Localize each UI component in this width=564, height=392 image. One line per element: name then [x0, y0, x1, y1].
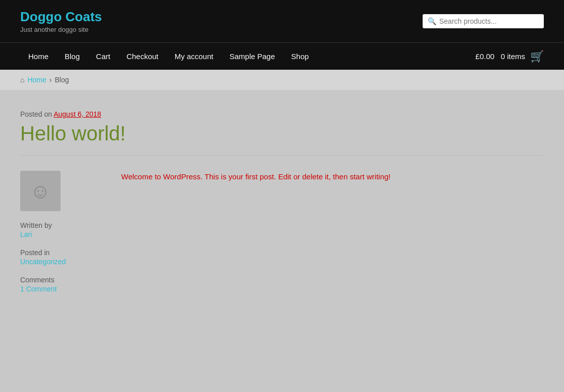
- site-nav: Home Blog Cart Checkout My account Sampl…: [0, 42, 564, 70]
- post-meta: Posted on August 6, 2018: [20, 110, 544, 118]
- post-divider: [20, 155, 544, 156]
- nav-item-checkout[interactable]: Checkout: [118, 43, 166, 70]
- cart-area: £0.00 0 items 🛒: [476, 50, 544, 63]
- comments-link[interactable]: 1 Comment: [20, 285, 57, 293]
- author-label: Written by: [20, 221, 101, 229]
- nav-item-cart[interactable]: Cart: [88, 43, 118, 70]
- author-link[interactable]: Lari: [20, 230, 32, 238]
- nav-item-myaccount[interactable]: My account: [167, 43, 222, 70]
- home-icon: ⌂: [20, 76, 24, 84]
- search-input[interactable]: [439, 17, 539, 25]
- cart-icon[interactable]: 🛒: [530, 50, 544, 63]
- nav-item-samplepage[interactable]: Sample Page: [221, 43, 283, 70]
- post-text: Welcome to WordPress. This is your first…: [121, 171, 544, 183]
- nav-item-home[interactable]: Home: [20, 43, 57, 70]
- breadcrumb-current: Blog: [55, 76, 69, 84]
- author-sidebar: ☺ Written by Lari Posted in Uncategorize…: [20, 171, 101, 303]
- breadcrumb-home-link[interactable]: Home: [27, 76, 46, 84]
- user-icon: ☺: [30, 180, 51, 203]
- cart-total: £0.00 0 items: [476, 52, 525, 61]
- post-date-link[interactable]: August 6, 2018: [54, 110, 101, 118]
- breadcrumb: ⌂ Home › Blog: [0, 70, 564, 90]
- nav-item-shop[interactable]: Shop: [283, 43, 317, 70]
- avatar: ☺: [20, 171, 61, 211]
- main-content: Posted on August 6, 2018 Hello world! ☺ …: [0, 90, 564, 392]
- category-link[interactable]: Uncategorized: [20, 258, 66, 266]
- site-tagline: Just another doggo site: [20, 26, 102, 33]
- comments-label: Comments: [20, 276, 101, 284]
- search-icon: 🔍: [428, 17, 436, 25]
- post-title: Hello world!: [20, 122, 544, 145]
- site-title-link[interactable]: Doggo Coats: [20, 9, 102, 25]
- nav-item-blog[interactable]: Blog: [57, 43, 88, 70]
- post-body: ☺ Written by Lari Posted in Uncategorize…: [20, 171, 544, 303]
- search-form: 🔍: [423, 14, 544, 28]
- nav-links: Home Blog Cart Checkout My account Sampl…: [20, 43, 317, 70]
- category-label: Posted in: [20, 249, 101, 257]
- site-branding: Doggo Coats Just another doggo site: [20, 9, 102, 33]
- site-header: Doggo Coats Just another doggo site 🔍: [0, 0, 564, 42]
- breadcrumb-separator: ›: [49, 76, 52, 84]
- post-content: Welcome to WordPress. This is your first…: [121, 171, 544, 303]
